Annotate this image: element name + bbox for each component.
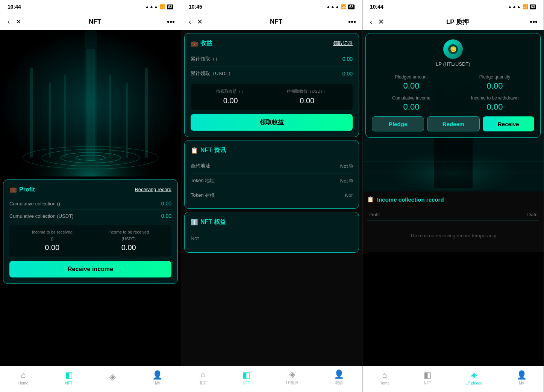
profit-row-1: 累计领取（） 0.00 (191, 52, 353, 66)
tab-my-1[interactable]: 👤 My (152, 370, 162, 385)
no-record-message: There is no receiving record temporarily (367, 224, 539, 247)
back-button-2[interactable]: ‹ (187, 17, 192, 27)
signal-icon-2: ▲▲▲ (326, 4, 339, 9)
record-icon: 📋 (367, 196, 374, 203)
tab-home-3[interactable]: ⌂ Home (379, 370, 389, 385)
pledged-amount-value: 0.00 (372, 81, 451, 91)
close-button-1[interactable]: ✕ (14, 16, 23, 27)
income-label-2a: Income to be received (108, 230, 149, 234)
nft-info-header: 📋 NFT 资讯 (191, 146, 353, 154)
battery-3: 63 (530, 5, 536, 9)
panel-3: 10:44 ▲▲▲ 📶 63 ‹ ✕ LP 质押 ••• (362, 0, 544, 392)
svg-rect-8 (64, 75, 66, 158)
cumulative-income-stat: Cumulative income 0.00 (372, 95, 451, 112)
nft-token-addr-row: Token 地址 Not ⧉ (191, 173, 353, 188)
close-button-3[interactable]: ✕ (377, 16, 385, 27)
nft-info-icon: 📋 (191, 147, 198, 154)
my-label-3: My (519, 381, 524, 385)
profit-row-value-1: 0.00 (342, 56, 353, 62)
tab-lp-1[interactable]: ◈ (109, 372, 116, 383)
lp-icon-3: ◈ (471, 370, 477, 380)
cumulative-value-1: 0.00 (161, 201, 171, 207)
nft-icon-1: ◧ (65, 370, 73, 380)
income-box: Income to be received () 0.00 Income to … (9, 225, 171, 256)
nav-title-3: LP 质押 (446, 18, 469, 26)
tab-nft-3[interactable]: ◧ NFT (424, 370, 432, 385)
nft-token-std-label: Token 标椎 (191, 192, 215, 199)
tab-my-3[interactable]: 👤 My (517, 370, 527, 385)
tab-my-2[interactable]: 👤 我的 (334, 369, 344, 386)
nft-contract-label: 合约地址 (191, 163, 210, 169)
nav-title-1: NFT (89, 18, 101, 26)
record-table-header: Profit Date (367, 209, 539, 221)
redeem-button[interactable]: Redeem (427, 116, 479, 131)
profit-icon-2: 💼 (191, 40, 198, 47)
profit-card-header-2: 💼 收益 领取记录 (191, 39, 353, 47)
back-button-3[interactable]: ‹ (368, 17, 374, 27)
tab-home-2[interactable]: ⌂ 首页 (199, 369, 207, 386)
back-button-1[interactable]: ‹ (6, 17, 11, 27)
income-withdrawn-label: Income to be withdrawn (455, 95, 534, 101)
copy-icon-2[interactable]: ⧉ (349, 178, 353, 184)
income-withdrawn-stat: Income to be withdrawn 0.00 (455, 95, 534, 112)
hero-image-1 (0, 30, 181, 176)
nav-bar-1: ‹ ✕ NFT ••• (0, 14, 181, 30)
profit-row-2: 累计领取（USDT） 0.00 (191, 66, 353, 81)
income-box-2: 待领取收益（） 0.00 待领取收益（USDT） 0.00 (191, 84, 353, 110)
svg-rect-11 (145, 68, 148, 158)
lp-pair-title: LP (HTL/USDT) (436, 61, 470, 67)
tab-home-1[interactable]: ⌂ Home (18, 370, 29, 385)
card-title: 💼 Profit (9, 186, 35, 193)
tab-lp-2[interactable]: ◈ LP质押 (286, 369, 298, 386)
cumulative-row-2: Cumulative collection (USDT) 0.00 (9, 210, 171, 222)
nft-rights-title: ℹ️ NFT 权益 (191, 218, 226, 226)
battery-1: 63 (167, 5, 173, 9)
income-value-2: 0.00 (108, 243, 149, 252)
my-icon-1: 👤 (152, 370, 162, 380)
pledged-amount-label: Pledged amount (372, 74, 451, 80)
home-icon-1: ⌂ (21, 370, 26, 380)
profit-row-value-2: 0.00 (342, 71, 353, 77)
receive-benefit-button[interactable]: 领取收益 (191, 114, 353, 131)
nft-rights-icon: ℹ️ (191, 219, 198, 226)
lp-icon-1: ◈ (109, 372, 116, 382)
bottom-tab-1: ⌂ Home ◧ NFT ◈ 👤 My (0, 366, 181, 392)
income-col-2: Income to be received (USDT) 0.00 (108, 230, 149, 252)
nft-token-std-value: Not (345, 193, 353, 198)
status-icons-2: ▲▲▲ 📶 63 (326, 4, 355, 9)
svg-text:🪙: 🪙 (450, 46, 457, 53)
receive-income-button[interactable]: Receive income (9, 261, 171, 277)
lp-coin-section: 🪙 LP (HTL/USDT) (372, 39, 534, 71)
nft-label-2: NFT (243, 381, 250, 385)
signal-icon-3: ▲▲▲ (508, 4, 521, 9)
pledge-quantity-stat: Pledge quantity 0.00 (455, 74, 534, 91)
wifi-icon-2: 📶 (341, 4, 347, 9)
home-label-1: Home (18, 381, 29, 385)
more-button-3[interactable]: ••• (530, 18, 538, 26)
tab-nft-2[interactable]: ◧ NFT (242, 370, 250, 385)
close-button-2[interactable]: ✕ (195, 16, 204, 27)
receive-button[interactable]: Receive (483, 116, 534, 131)
panel2-content: 💼 收益 领取记录 累计领取（） 0.00 累计领取（USDT） 0.00 待领… (181, 30, 362, 366)
tab-lp-3[interactable]: ◈ LP pledge (465, 370, 482, 385)
more-button-2[interactable]: ••• (348, 18, 356, 26)
more-button-1[interactable]: ••• (167, 18, 175, 26)
lp-label-2: LP质押 (286, 380, 298, 386)
wifi-icon-1: 📶 (160, 4, 165, 9)
lp-action-buttons: Pledge Redeem Receive (372, 116, 534, 131)
receiving-link-2[interactable]: 领取记录 (333, 40, 353, 47)
income-label-2-2: 待领取收益（USDT） (287, 89, 327, 94)
income-value-1: 0.00 (32, 243, 73, 252)
copy-icon-1[interactable]: ⧉ (349, 163, 353, 169)
profit-icon: 💼 (9, 186, 17, 193)
tab-nft-1[interactable]: ◧ NFT (65, 370, 73, 385)
cumulative-value-2: 0.00 (161, 213, 171, 219)
pledge-button[interactable]: Pledge (372, 116, 424, 131)
cumulative-label-2: Cumulative collection (USDT) (9, 213, 74, 219)
my-label-1: My (155, 381, 160, 385)
svg-rect-7 (49, 83, 51, 158)
receiving-record-link[interactable]: Receiving record (135, 187, 171, 192)
lp-icon-2: ◈ (289, 369, 295, 379)
nav-bar-3: ‹ ✕ LP 质押 ••• (362, 14, 544, 30)
cumulative-label-1: Cumulative collection () (9, 201, 60, 207)
